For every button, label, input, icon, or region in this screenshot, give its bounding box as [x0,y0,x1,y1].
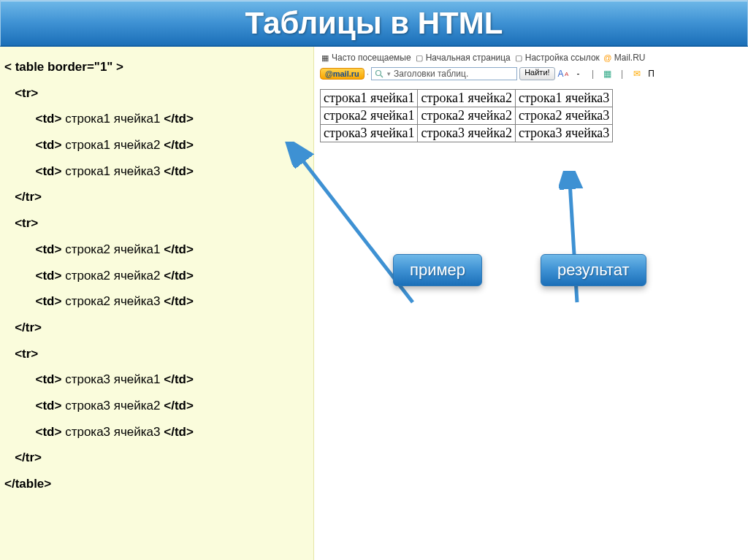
code-line: </tr> [4,445,310,471]
truncated-text: П [645,68,658,80]
bookmark-mailru[interactable]: @ Mail.RU [603,53,646,63]
bookmark-freq[interactable]: ▦ Часто посещаемые [320,53,411,63]
table-cell: строка3 ячейка2 [418,125,515,142]
grid-icon[interactable]: ▦ [601,68,614,80]
code-line: <td> строка2 ячейка3 </td> [4,288,310,315]
table-row: строка3 ячейка1 строка3 ячейка2 строка3 … [321,125,613,142]
code-line: <td> строка2 ячейка2 </td> [4,263,310,289]
table-row: строка2 ячейка1 строка2 ячейка2 строка2 … [321,107,613,125]
callout-result: результат [541,254,646,286]
table-cell: строка2 ячейка1 [321,107,418,125]
table-cell: строка1 ячейка3 [515,90,612,107]
table-cell: строка1 ячейка2 [418,90,515,107]
table-cell: строка1 ячейка1 [321,90,418,107]
font-icon[interactable]: AA [557,68,570,80]
table-cell: строка3 ячейка1 [321,125,418,142]
separator: | [616,68,629,80]
arrow-result [548,171,606,310]
page-icon: ▢ [414,53,424,63]
code-line: <td> строка1 ячейка2 </td> [4,132,310,158]
code-line: <tr> [4,210,310,237]
page-title: Таблицы в HTML [245,6,503,41]
code-line: <td> строка3 ячейка1 </td> [4,367,310,393]
code-line: </tr> [4,315,310,341]
title-bar: Таблицы в HTML [0,0,748,47]
code-line: <td> строка3 ячейка2 </td> [4,393,310,419]
separator: | [587,68,600,80]
bookmark-icon: ▦ [320,53,330,63]
callout-example: пример [393,254,482,286]
separator: · [367,69,369,79]
search-input[interactable]: ▼ Заголовки таблиц. [371,67,517,80]
code-line: </table> [4,471,310,497]
tool-icons: AA - | ▦ | ✉ П [557,68,658,80]
table-cell: строка2 ячейка3 [515,107,612,125]
mailru-button[interactable]: @mail.ru [320,68,365,80]
bookmarks-toolbar: ▦ Часто посещаемые ▢ Начальная страница … [320,51,748,64]
code-line: <td> строка1 ячейка1 </td> [4,106,310,132]
envelope-icon[interactable]: ✉ [630,68,644,80]
result-table: строка1 ячейка1 строка1 ячейка2 строка1 … [320,89,613,142]
code-line: <td> строка2 ячейка1 </td> [4,237,310,263]
code-line: < table border="1" > [4,54,310,80]
page-icon: ▢ [514,53,524,63]
table-cell: строка3 ячейка3 [515,125,612,142]
code-panel: < table border="1" > <tr> <td> строка1 я… [0,47,314,560]
code-line: </tr> [4,184,310,210]
dash-icon[interactable]: - [572,68,585,80]
table-row: строка1 ячейка1 строка1 ячейка2 строка1 … [321,90,613,107]
bookmark-links[interactable]: ▢ Настройка ссылок [514,53,600,63]
code-line: <td> строка1 ячейка3 </td> [4,158,310,185]
find-button[interactable]: Найти! [519,67,554,80]
code-line: <td> строка3 ячейка3 </td> [4,419,310,445]
svg-line-1 [381,75,383,77]
result-panel: ▦ Часто посещаемые ▢ Начальная страница … [314,47,748,560]
code-line: <tr> [4,341,310,367]
content-area: < table border="1" > <tr> <td> строка1 я… [0,47,748,560]
mailru-icon: @ [603,53,613,63]
svg-point-0 [376,71,381,76]
code-line: <tr> [4,80,310,107]
magnifier-icon [375,69,383,78]
table-cell: строка2 ячейка2 [418,107,515,125]
search-toolbar: @mail.ru · ▼ Заголовки таблиц. Найти! AA… [320,67,748,80]
bookmark-home[interactable]: ▢ Начальная страница [414,53,511,63]
chevron-down-icon: ▼ [386,71,392,77]
search-text: Заголовки таблиц. [394,69,468,79]
